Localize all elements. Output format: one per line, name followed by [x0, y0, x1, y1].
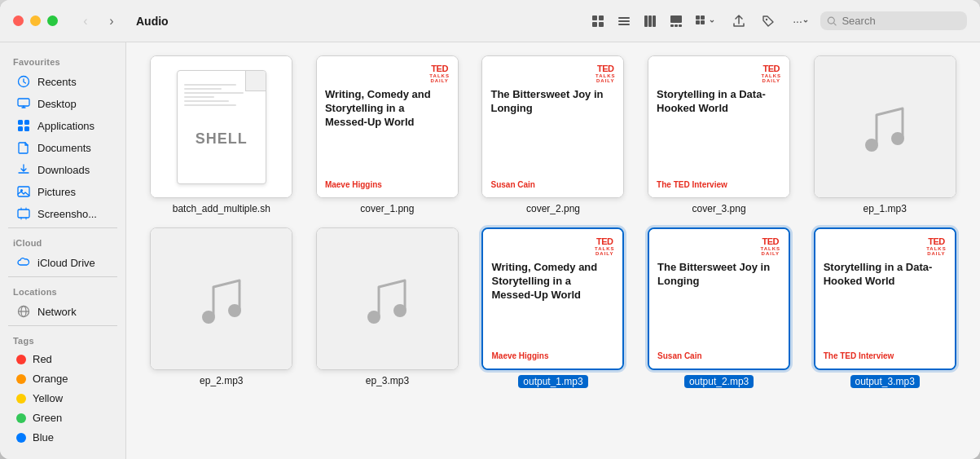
ted-cover: TED TALKS DAILY The Bittersweet Joy in L…	[482, 56, 623, 197]
orange-tag-dot	[16, 374, 26, 384]
file-thumb: TED TALKS DAILY The Bittersweet Joy in L…	[648, 227, 790, 370]
ted-author: Susan Cain	[490, 180, 615, 189]
svg-point-31	[865, 139, 878, 152]
file-grid: SHELL batch_add_multiple.sh TED	[143, 55, 964, 388]
ted-author: The TED Interview	[824, 351, 947, 360]
svg-rect-3	[599, 22, 604, 27]
pictures-icon	[16, 184, 31, 199]
view-column-button[interactable]	[638, 10, 662, 33]
file-item-output3[interactable]: TED TALKS DAILY Storytelling in a Data-H…	[806, 227, 964, 388]
view-list-button[interactable]	[612, 10, 636, 33]
file-item-ep3[interactable]: ep_3.mp3	[309, 227, 467, 388]
svg-point-34	[228, 304, 241, 317]
documents-icon	[16, 140, 31, 155]
view-options-button[interactable]	[690, 10, 719, 33]
view-grid-button[interactable]	[586, 10, 610, 33]
svg-point-36	[393, 304, 407, 317]
svg-rect-4	[618, 17, 630, 19]
locations-label: Locations	[0, 280, 125, 300]
ted-title: The Bittersweet Joy in Longing	[490, 88, 615, 175]
sidebar-item-label: Red	[33, 353, 52, 365]
sidebar-item-tag-green[interactable]: Green	[5, 408, 121, 427]
recents-icon	[16, 74, 31, 89]
sidebar-item-tag-yellow[interactable]: Yellow	[5, 389, 121, 408]
sidebar-item-icloud-drive[interactable]: iCloud Drive	[5, 252, 121, 273]
green-tag-dot	[16, 413, 26, 423]
back-button[interactable]: ‹	[74, 10, 97, 33]
ted-title: Storytelling in a Data-Hooked World	[657, 88, 781, 175]
file-item-cover2[interactable]: TED TALKS DAILY The Bittersweet Joy in L…	[474, 55, 632, 214]
ted-title: The Bittersweet Joy in Longing	[657, 261, 780, 346]
sidebar-item-applications[interactable]: Applications	[5, 115, 121, 136]
file-item-batch-sh[interactable]: SHELL batch_add_multiple.sh	[143, 55, 301, 214]
svg-point-27	[20, 189, 23, 192]
sidebar-item-pictures[interactable]: Pictures	[5, 181, 121, 202]
svg-rect-16	[696, 20, 700, 24]
tag-button[interactable]	[755, 10, 781, 33]
svg-rect-15	[701, 15, 705, 20]
svg-point-32	[891, 132, 904, 145]
view-gallery-button[interactable]	[664, 10, 688, 33]
screenshots-icon	[16, 206, 31, 221]
favourites-label: Favourites	[0, 51, 125, 70]
svg-rect-21	[18, 99, 29, 106]
svg-rect-0	[592, 15, 597, 20]
file-thumb: TED TALKS DAILY Writing, Comedy and Stor…	[481, 227, 624, 370]
svg-point-18	[766, 18, 767, 20]
share-button[interactable]	[726, 10, 752, 33]
svg-rect-28	[18, 210, 29, 218]
network-icon	[16, 304, 31, 319]
red-tag-dot	[16, 355, 26, 364]
traffic-lights	[13, 15, 58, 26]
ted-cover: TED TALKS DAILY The Bittersweet Joy in L…	[649, 229, 789, 369]
music-note-icon	[852, 95, 917, 160]
sidebar-item-recents[interactable]: Recents	[5, 71, 121, 92]
sidebar-item-screenshots[interactable]: Screensho...	[5, 203, 121, 224]
close-button[interactable]	[13, 15, 24, 26]
svg-rect-9	[653, 15, 656, 27]
music-thumb	[151, 228, 292, 369]
applications-icon	[16, 118, 31, 133]
file-thumb: TED TALKS DAILY Storytelling in a Data-H…	[814, 227, 956, 370]
file-item-output2[interactable]: TED TALKS DAILY The Bittersweet Joy in L…	[640, 227, 798, 388]
forward-button[interactable]: ›	[100, 10, 123, 33]
sidebar-item-label: Downloads	[37, 164, 90, 176]
sidebar-item-network[interactable]: Network	[5, 301, 121, 322]
more-button[interactable]: ···	[784, 10, 817, 33]
ted-title: Writing, Comedy and Storytelling in a Me…	[491, 261, 614, 346]
file-item-cover3[interactable]: TED TALKS DAILY Storytelling in a Data-H…	[640, 55, 798, 214]
svg-rect-22	[18, 120, 23, 125]
sidebar-item-label: Yellow	[33, 392, 63, 404]
toolbar-right: ···	[586, 10, 967, 33]
file-item-ep2[interactable]: ep_2.mp3	[143, 227, 301, 388]
tags-label: Tags	[0, 329, 125, 349]
file-thumb	[316, 227, 459, 370]
file-name: batch_add_multiple.sh	[173, 203, 270, 214]
svg-rect-25	[24, 126, 29, 131]
sidebar-item-label: Recents	[37, 76, 77, 88]
ted-author: The TED Interview	[657, 180, 781, 189]
ted-cover: TED TALKS DAILY Writing, Comedy and Stor…	[317, 56, 458, 197]
sidebar-item-tag-red[interactable]: Red	[5, 350, 121, 369]
sidebar-item-downloads[interactable]: Downloads	[5, 159, 121, 180]
search-bar[interactable]	[820, 11, 967, 30]
file-name: cover_3.png	[692, 203, 746, 214]
sidebar-item-desktop[interactable]: Desktop	[5, 93, 121, 114]
minimize-button[interactable]	[30, 15, 41, 26]
file-thumb: SHELL	[150, 55, 292, 198]
file-item-ep1[interactable]: ep_1.mp3	[806, 55, 964, 214]
maximize-button[interactable]	[47, 15, 58, 26]
sidebar-item-tag-blue[interactable]: Blue	[5, 428, 121, 447]
file-item-output1[interactable]: TED TALKS DAILY Writing, Comedy and Stor…	[474, 227, 632, 388]
svg-rect-24	[18, 126, 23, 131]
svg-rect-5	[618, 20, 630, 22]
main-content: Favourites Recents Desktop Applications	[0, 42, 980, 459]
sidebar-item-tag-orange[interactable]: Orange	[5, 369, 121, 388]
search-input[interactable]	[842, 15, 960, 27]
file-item-cover1[interactable]: TED TALKS DAILY Writing, Comedy and Stor…	[309, 55, 467, 214]
sidebar-item-documents[interactable]: Documents	[5, 137, 121, 158]
file-name: ep_1.mp3	[864, 203, 907, 214]
sidebar-item-label: Screensho...	[37, 208, 97, 220]
svg-point-19	[828, 17, 834, 24]
file-name: output_3.mp3	[850, 375, 920, 388]
